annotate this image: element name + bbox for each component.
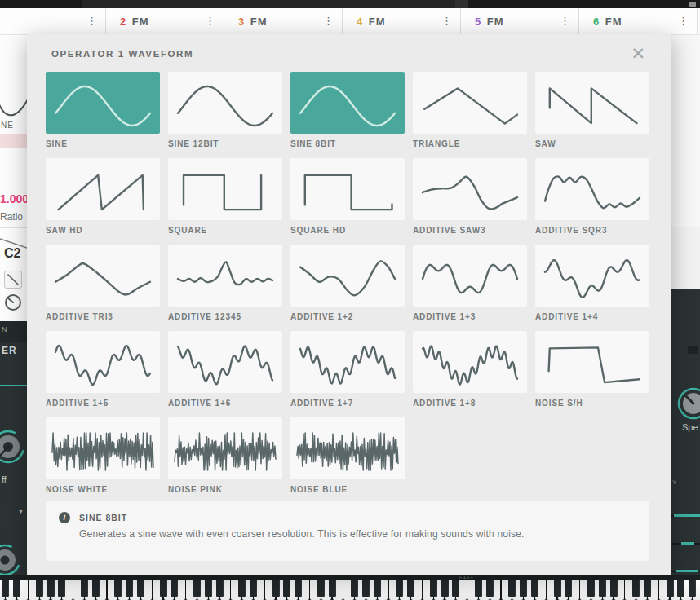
speed-knob[interactable] xyxy=(674,382,700,426)
waveform-tile-noise-s-h[interactable] xyxy=(535,331,649,393)
piano-black-key[interactable] xyxy=(58,580,65,597)
piano-black-key[interactable] xyxy=(137,580,144,597)
piano-black-key[interactable] xyxy=(47,580,55,597)
piano-black-key[interactable] xyxy=(36,580,43,597)
piano-black-key[interactable] xyxy=(92,580,100,597)
piano-black-key[interactable] xyxy=(193,580,201,597)
piano-black-key[interactable] xyxy=(554,580,561,597)
waveform-tile-additive-saw3[interactable] xyxy=(413,158,527,220)
tab-menu-kebab-icon[interactable]: ⋮ xyxy=(441,17,452,25)
piano-black-key[interactable] xyxy=(317,580,325,597)
waveform-tile-additive-sqr3[interactable] xyxy=(535,158,649,220)
saw-icon xyxy=(5,271,21,288)
piano-black-key[interactable] xyxy=(272,580,280,597)
cutoff-knob-icon xyxy=(0,424,27,470)
waveform-tile-additive-1-4[interactable] xyxy=(535,245,649,307)
small-button[interactable] xyxy=(688,346,698,354)
piano-black-key[interactable] xyxy=(475,580,482,597)
piano-black-key[interactable] xyxy=(216,580,224,597)
waveform-tile-noise-blue[interactable] xyxy=(290,417,405,479)
waveform-tile-square[interactable] xyxy=(168,158,282,220)
piano-black-key[interactable] xyxy=(486,580,494,597)
waveform-tile-additive-tri3[interactable] xyxy=(46,245,160,307)
tab-operator-number: 2 xyxy=(120,15,126,28)
piano-black-key[interactable] xyxy=(667,580,674,597)
piano-black-key[interactable] xyxy=(351,580,358,597)
waveform-cell: SAW HD xyxy=(46,158,160,236)
piano-black-key[interactable] xyxy=(508,580,516,597)
piano-black-key[interactable] xyxy=(114,580,122,597)
tab-operator-6[interactable]: 6FM⋮ xyxy=(579,8,698,34)
waveform-tile-noise-pink[interactable] xyxy=(168,417,282,479)
waveform-tile-additive-1-5[interactable] xyxy=(46,331,160,393)
tab-operator-4[interactable]: 4FM⋮ xyxy=(343,8,461,34)
piano-black-key[interactable] xyxy=(250,580,257,597)
piano-black-key[interactable] xyxy=(452,580,459,597)
piano-black-key[interactable] xyxy=(531,580,538,597)
close-icon[interactable]: ✕ xyxy=(627,41,649,67)
tab-operator-5[interactable]: 5FM⋮ xyxy=(461,8,579,34)
type-dropdown[interactable]: ▼ xyxy=(0,503,27,523)
piano-black-key[interactable] xyxy=(407,580,414,597)
piano-black-key[interactable] xyxy=(610,580,618,597)
piano-black-key[interactable] xyxy=(565,580,572,597)
waveform-tile-noise-white[interactable] xyxy=(46,417,160,479)
piano-black-key[interactable] xyxy=(677,580,684,597)
waveform-tile-additive-12345[interactable] xyxy=(168,245,282,307)
piano-black-key[interactable] xyxy=(2,580,9,597)
piano-black-key[interactable] xyxy=(632,580,640,597)
piano-black-key[interactable] xyxy=(520,580,527,597)
piano-black-key[interactable] xyxy=(205,580,212,597)
titlebar-segment xyxy=(82,0,465,8)
waveform-tile-square-hd[interactable] xyxy=(290,158,405,220)
piano-black-key[interactable] xyxy=(441,580,449,597)
waveform-tile-additive-1-8[interactable] xyxy=(413,331,527,393)
waveform-cell: SAW xyxy=(535,72,649,149)
waveform-tile-triangle[interactable] xyxy=(413,72,527,134)
tab-operator-2[interactable]: 2FM⋮ xyxy=(106,8,224,34)
piano-black-key[interactable] xyxy=(295,580,302,597)
piano-black-key[interactable] xyxy=(362,580,370,597)
piano-black-key[interactable] xyxy=(430,580,437,597)
piano-black-key[interactable] xyxy=(396,580,403,597)
waveform-tile-saw[interactable] xyxy=(535,72,649,134)
waveform-tile-additive-1-3[interactable] xyxy=(413,245,527,307)
keyboard-scroll-strip[interactable]: F1++ xyxy=(0,575,700,580)
tab-menu-kebab-icon[interactable]: ⋮ xyxy=(86,17,97,25)
waveform-cell: SQUARE xyxy=(168,158,282,236)
waveform-label-additive-1-8: ADDITIVE 1+8 xyxy=(413,399,527,408)
piano-black-key[interactable] xyxy=(81,580,88,597)
tab-menu-kebab-icon[interactable]: ⋮ xyxy=(678,17,689,25)
piano-black-key[interactable] xyxy=(126,580,133,597)
tab-operator-3[interactable]: 3FM⋮ xyxy=(224,8,343,34)
piano-black-key[interactable] xyxy=(13,580,20,597)
piano-black-key[interactable] xyxy=(374,580,381,597)
waveform-tile-additive-1-2[interactable] xyxy=(290,245,405,307)
piano-black-key[interactable] xyxy=(160,580,167,597)
piano-black-key[interactable] xyxy=(329,580,336,597)
waveform-tile-additive-1-7[interactable] xyxy=(290,331,405,393)
cutoff-knob[interactable] xyxy=(0,424,27,470)
piano-black-key[interactable] xyxy=(689,580,696,597)
waveform-tile-sine[interactable] xyxy=(46,72,160,134)
piano-black-key[interactable] xyxy=(283,580,290,597)
piano-black-key[interactable] xyxy=(644,580,651,597)
tab-menu-kebab-icon[interactable]: ⋮ xyxy=(205,17,215,25)
piano-black-key[interactable] xyxy=(587,580,595,597)
piano-black-key[interactable] xyxy=(238,580,246,597)
window-button-icon[interactable] xyxy=(689,2,696,7)
waveform-tile-sine-12bit[interactable] xyxy=(168,72,282,134)
tab-menu-kebab-icon[interactable]: ⋮ xyxy=(560,17,570,25)
piano-black-key[interactable] xyxy=(171,580,178,597)
waveform-tile-saw-hd[interactable] xyxy=(46,158,160,220)
waveform-tile-additive-1-6[interactable] xyxy=(168,331,282,393)
tab-menu-kebab-icon[interactable]: ⋮ xyxy=(323,17,334,25)
waveform-tile-sine-8bit[interactable] xyxy=(290,72,405,134)
panel-divider xyxy=(671,227,700,227)
tab-operator-partial[interactable]: ⋮ xyxy=(0,8,106,34)
piano-black-key[interactable] xyxy=(599,580,606,597)
slider-fill xyxy=(674,514,700,517)
waveform-label-saw-hd: SAW HD xyxy=(46,226,160,236)
knob-button[interactable] xyxy=(4,293,22,311)
saw-icon-button[interactable] xyxy=(4,271,22,289)
